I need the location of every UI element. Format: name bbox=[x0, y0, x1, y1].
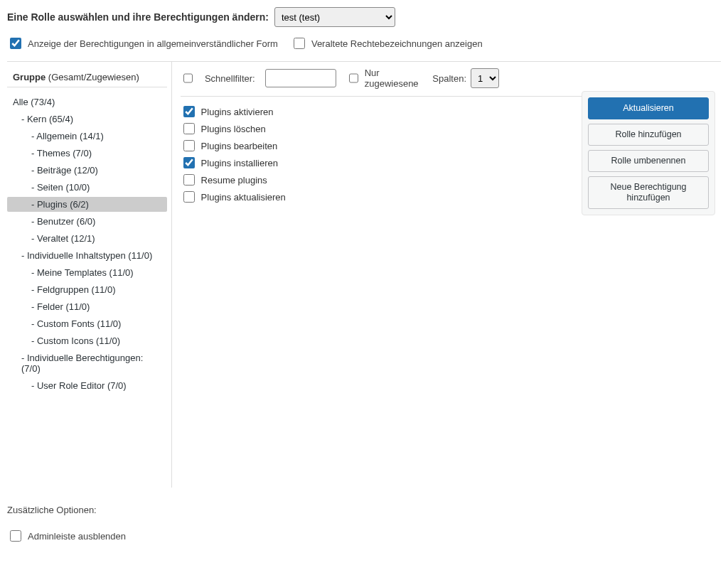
capability-checkbox[interactable] bbox=[183, 191, 195, 203]
tree-item[interactable]: - Custom Icons (11/0) bbox=[7, 333, 167, 348]
tree-item[interactable]: - Plugins (6/2) bbox=[7, 197, 167, 212]
capability-checkbox[interactable] bbox=[183, 174, 195, 186]
tree-item[interactable]: - Beiträge (12/0) bbox=[7, 163, 167, 178]
only-assigned-label: Nur zugewiesene bbox=[365, 68, 423, 89]
tree-item[interactable]: - Seiten (10/0) bbox=[7, 180, 167, 195]
hide-adminbar-checkbox[interactable] bbox=[10, 530, 21, 542]
columns-select[interactable]: 1 bbox=[471, 68, 499, 88]
capability-label: Resume plugins bbox=[201, 175, 267, 186]
sidebar-header: Gruppe (Gesamt/Zugewiesen) bbox=[7, 68, 167, 87]
role-select[interactable]: test (test) bbox=[274, 7, 395, 27]
quickfilter-label: Schnellfilter: bbox=[205, 73, 255, 84]
page-title: Eine Rolle auswählen und ihre Berechtigu… bbox=[7, 11, 269, 23]
capability-checkbox[interactable] bbox=[183, 140, 195, 151]
tree-item[interactable]: Alle (73/4) bbox=[7, 95, 167, 109]
hide-adminbar-label: Adminleiste ausblenden bbox=[28, 531, 126, 542]
quickfilter-input[interactable] bbox=[265, 69, 336, 87]
readable-permissions-checkbox[interactable] bbox=[10, 38, 21, 49]
capability-checkbox[interactable] bbox=[183, 157, 195, 168]
capability-label: Plugins installieren bbox=[201, 158, 278, 168]
add-capability-button[interactable]: Neue Berechtigung hinzufügen bbox=[588, 176, 709, 209]
tree-item[interactable]: - Themes (7/0) bbox=[7, 146, 167, 161]
capability-label: Plugins löschen bbox=[201, 124, 266, 134]
rename-role-button[interactable]: Rolle umbenennen bbox=[588, 150, 709, 172]
capability-label: Plugins bearbeiten bbox=[201, 141, 278, 151]
add-role-button[interactable]: Rolle hinzufügen bbox=[588, 124, 709, 146]
tree-item[interactable]: - Individuelle Berechtigungen: (7/0) bbox=[7, 350, 167, 376]
select-all-checkbox[interactable] bbox=[183, 72, 193, 84]
only-assigned-checkbox[interactable] bbox=[349, 72, 358, 84]
additional-options-heading: Zusätzliche Optionen: bbox=[7, 505, 721, 515]
tree-item[interactable]: - Veraltet (12/1) bbox=[7, 231, 167, 246]
deprecated-labels-label: Veraltete Rechtebezeichnungen anzeigen bbox=[311, 38, 483, 49]
tree-item[interactable]: - Felder (11/0) bbox=[7, 299, 167, 314]
tree-item[interactable]: - Custom Fonts (11/0) bbox=[7, 316, 167, 331]
capability-checkbox[interactable] bbox=[183, 106, 195, 117]
tree-item[interactable]: - Feldgruppen (11/0) bbox=[7, 282, 167, 297]
tree-item[interactable]: - Kern (65/4) bbox=[7, 112, 167, 127]
tree-item[interactable]: - User Role Editor (7/0) bbox=[7, 378, 167, 393]
capability-label: Plugins aktualisieren bbox=[201, 192, 286, 203]
tree-item[interactable]: - Individuelle Inhaltstypen (11/0) bbox=[7, 248, 167, 263]
group-tree: Alle (73/4)- Kern (65/4)- Allgemein (14/… bbox=[7, 95, 167, 393]
columns-label: Spalten: bbox=[432, 73, 466, 84]
tree-item[interactable]: - Benutzer (6/0) bbox=[7, 214, 167, 229]
tree-item[interactable]: - Meine Templates (11/0) bbox=[7, 265, 167, 280]
tree-item[interactable]: - Allgemein (14/1) bbox=[7, 129, 167, 144]
update-button[interactable]: Aktualisieren bbox=[588, 97, 709, 119]
readable-permissions-label: Anzeige der Berechtigungen in allgemeinv… bbox=[28, 38, 278, 49]
deprecated-labels-checkbox[interactable] bbox=[294, 38, 305, 49]
capability-checkbox[interactable] bbox=[183, 123, 195, 134]
capability-label: Plugins aktivieren bbox=[201, 107, 274, 117]
